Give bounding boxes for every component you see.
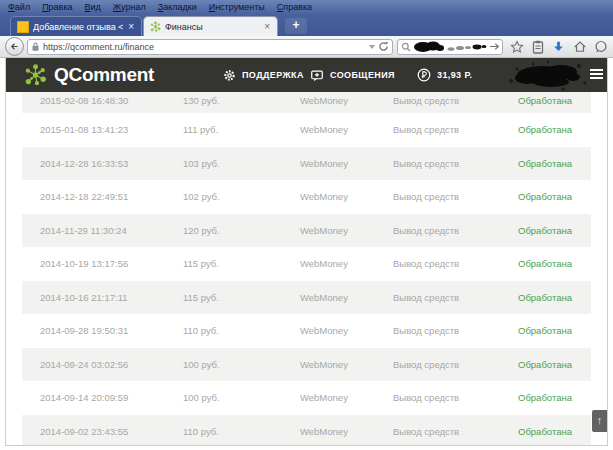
cell-operation-type: Вывод средств	[393, 426, 518, 437]
cell-date: 2014-09-02 23:43:55	[40, 426, 183, 437]
cell-date: 2014-10-19 13:17:56	[40, 258, 183, 269]
table-row: 2014-09-24 03:02:56 100 руб. WebMoney Вы…	[22, 348, 591, 382]
cell-status: Обработана	[518, 392, 591, 403]
cell-status: Обработана	[518, 426, 591, 437]
chat-button[interactable]	[593, 39, 608, 54]
cell-operation-type: Вывод средств	[393, 124, 518, 135]
home-button[interactable]	[572, 39, 587, 54]
message-plus-icon	[310, 69, 324, 82]
balance-amount: 31,93 Р.	[437, 70, 472, 80]
menu-tools[interactable]: Инструменты	[203, 0, 271, 14]
scroll-to-top-button[interactable]: ↑	[592, 410, 607, 432]
menu-file[interactable]: Файл	[2, 0, 36, 14]
cell-payment-method: WebMoney	[300, 359, 393, 370]
cell-operation-type: Вывод средств	[393, 225, 518, 236]
cell-payment-method: WebMoney	[300, 325, 393, 336]
support-link[interactable]: ПОДДЕРЖКА	[223, 58, 304, 92]
tab-label: Финансы	[165, 22, 259, 32]
downloads-button[interactable]	[551, 39, 566, 54]
close-icon[interactable]: ×	[127, 22, 135, 32]
menu-help[interactable]: Справка	[271, 0, 318, 14]
balance-link[interactable]: 31,93 Р.	[417, 58, 472, 92]
cell-status: Обработана	[518, 158, 591, 169]
search-go-icon[interactable]	[489, 42, 500, 51]
cell-status: Обработана	[518, 258, 591, 269]
cell-date: 2014-12-28 16:33:53	[40, 158, 183, 169]
cell-status: Обработана	[518, 124, 591, 135]
cell-status: Обработана	[518, 225, 591, 236]
site-header: QComment ПОДДЕРЖКА СООБЩЕНИЯ	[6, 58, 607, 92]
cell-payment-method: WebMoney	[300, 191, 393, 202]
hamburger-menu-icon[interactable]	[590, 69, 603, 81]
table-row: 2014-12-18 22:49:51 102 руб. WebMoney Вы…	[22, 180, 591, 214]
home-icon	[573, 40, 587, 53]
search-icon	[401, 42, 411, 52]
url-dropdown-icon[interactable]	[369, 45, 375, 49]
qcomment-logo-icon	[24, 63, 47, 86]
cell-payment-method: WebMoney	[300, 392, 393, 403]
download-arrow-icon	[552, 40, 565, 54]
cell-date: 2015-02-08 16:48:30	[40, 94, 183, 108]
bookmark-star-button[interactable]	[509, 39, 524, 54]
navigation-toolbar: https://qcomment.ru/finance	[0, 36, 613, 58]
cell-amount: 130 руб.	[183, 94, 300, 108]
cell-operation-type: Вывод средств	[393, 359, 518, 370]
table-row: 2015-01-08 13:41:23 111 руб. WebMoney Вы…	[22, 113, 591, 147]
cell-operation-type: Вывод средств	[393, 191, 518, 202]
browser-window: Файл Правка Вид Журнал Закладки Инструме…	[0, 0, 613, 450]
cell-operation-type: Вывод средств	[393, 94, 518, 108]
qcomment-favicon-icon	[150, 21, 161, 32]
gear-icon	[223, 69, 236, 82]
back-button[interactable]	[5, 37, 24, 56]
search-input[interactable]	[397, 39, 503, 55]
close-icon[interactable]: ×	[263, 22, 271, 32]
star-icon	[510, 40, 524, 54]
menu-bar: Файл Правка Вид Журнал Закладки Инструме…	[0, 0, 613, 14]
cell-date: 2014-10-16 21:17:11	[40, 292, 183, 303]
cell-operation-type: Вывод средств	[393, 258, 518, 269]
cell-date: 2015-01-08 13:41:23	[40, 124, 183, 135]
transactions-table: 2015-02-08 16:48:30 130 руб. WebMoney Вы…	[6, 92, 607, 446]
cell-amount: 120 руб.	[183, 225, 300, 236]
cell-date: 2014-09-24 03:02:56	[40, 359, 183, 370]
toolbar-icons	[509, 39, 608, 54]
cell-operation-type: Вывод средств	[393, 292, 518, 303]
cell-payment-method: WebMoney	[300, 426, 393, 437]
cell-payment-method: WebMoney	[300, 292, 393, 303]
cell-payment-method: WebMoney	[300, 94, 393, 108]
url-input[interactable]: https://qcomment.ru/finance	[27, 39, 393, 55]
tab-finance[interactable]: Финансы ×	[143, 16, 278, 36]
menu-bookmarks[interactable]: Закладки	[152, 0, 203, 14]
clipboard-icon	[532, 40, 544, 54]
cell-payment-method: WebMoney	[300, 124, 393, 135]
redacted-username	[503, 59, 589, 92]
cell-amount: 115 руб.	[183, 292, 300, 303]
ruble-icon	[417, 68, 431, 82]
cell-status: Обработана	[518, 292, 591, 303]
messages-label: СООБЩЕНИЯ	[330, 70, 395, 80]
table-row: 2014-10-16 21:17:11 115 руб. WebMoney Вы…	[22, 281, 591, 315]
menu-edit[interactable]: Правка	[36, 0, 78, 14]
menu-view[interactable]: Вид	[79, 0, 107, 14]
table-row: 2014-11-29 11:30:24 120 руб. WebMoney Вы…	[22, 214, 591, 248]
tab-label: Добавление отзыва < kalink...	[33, 22, 123, 32]
cell-operation-type: Вывод средств	[393, 158, 518, 169]
cell-status: Обработана	[518, 94, 591, 108]
tab-add-review[interactable]: Добавление отзыва < kalink... ×	[10, 16, 142, 36]
cell-date: 2014-09-28 19:50:31	[40, 325, 183, 336]
qcomment-logo[interactable]: QComment	[24, 63, 154, 86]
messages-link[interactable]: СООБЩЕНИЯ	[310, 58, 395, 92]
cell-operation-type: Вывод средств	[393, 325, 518, 336]
cell-operation-type: Вывод средств	[393, 392, 518, 403]
cell-payment-method: WebMoney	[300, 258, 393, 269]
table-row: 2014-09-28 19:50:31 110 руб. WebMoney Вы…	[22, 314, 591, 348]
reload-icon[interactable]	[378, 41, 389, 52]
cell-amount: 100 руб.	[183, 359, 300, 370]
cell-payment-method: WebMoney	[300, 158, 393, 169]
bookmarks-menu-button[interactable]	[530, 39, 545, 54]
menu-history[interactable]: Журнал	[107, 0, 152, 14]
support-label: ПОДДЕРЖКА	[242, 70, 304, 80]
cell-date: 2014-11-29 11:30:24	[40, 225, 183, 236]
page-content: QComment ПОДДЕРЖКА СООБЩЕНИЯ	[5, 58, 608, 446]
new-tab-button[interactable]: +	[285, 18, 307, 34]
